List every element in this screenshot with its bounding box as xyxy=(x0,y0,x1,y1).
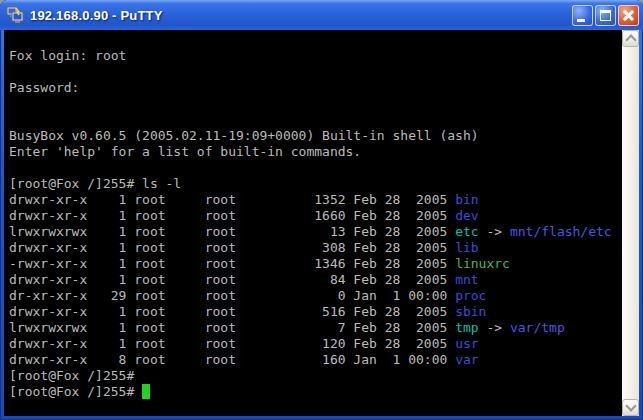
dir-lib: lib xyxy=(455,240,478,255)
scrollbar[interactable] xyxy=(622,30,639,416)
text-segment: -> xyxy=(479,320,510,335)
text-segment: Password: xyxy=(9,80,79,95)
symlink-etc: etc xyxy=(455,224,478,239)
terminal-line: drwxr-xr-x 1 root root 120 Feb 28 2005 u… xyxy=(9,336,622,352)
minimize-icon xyxy=(577,19,585,22)
terminal-line: drwxr-xr-x 1 root root 308 Feb 28 2005 l… xyxy=(9,240,622,256)
text-segment: drwxr-xr-x 1 root root 516 Feb 28 2005 xyxy=(9,304,455,319)
text-segment: Fox login: root xyxy=(9,48,126,63)
text-segment: [root@Fox /]255# ls -l xyxy=(9,176,181,191)
maximize-button[interactable] xyxy=(595,5,616,26)
text-segment: drwxr-xr-x 1 root root 1660 Feb 28 2005 xyxy=(9,208,455,223)
text-segment: [root@Fox /]255# xyxy=(9,368,134,383)
close-icon xyxy=(619,6,638,25)
text-segment: lrwxrwxrwx 1 root root 7 Feb 28 2005 xyxy=(9,320,455,335)
window-controls xyxy=(570,5,639,26)
terminal-line: -rwxr-xr-x 1 root root 1346 Feb 28 2005 … xyxy=(9,256,622,272)
terminal-line: drwxr-xr-x 8 root root 160 Jan 1 00:00 v… xyxy=(9,352,622,368)
exec-linuxrc: linuxrc xyxy=(455,256,510,271)
symlink-target-etc: mnt/flash/etc xyxy=(510,224,612,239)
terminal-line: Enter 'help' for a list of built-in comm… xyxy=(9,144,622,160)
terminal-line: drwxr-xr-x 1 root root 84 Feb 28 2005 mn… xyxy=(9,272,622,288)
text-segment: drwxr-xr-x 8 root root 160 Jan 1 00:00 xyxy=(9,352,455,367)
titlebar[interactable]: 192.168.0.90 - PuTTY xyxy=(0,0,643,30)
putty-icon[interactable] xyxy=(6,6,24,24)
window-title: 192.168.0.90 - PuTTY xyxy=(30,8,570,23)
terminal-line xyxy=(9,64,622,80)
terminal-line: BusyBox v0.60.5 (2005.02.11-19:09+0000) … xyxy=(9,128,622,144)
terminal-output: Fox login: rootPassword:BusyBox v0.60.5 … xyxy=(9,32,622,400)
dir-usr: usr xyxy=(455,336,478,351)
terminal-line: drwxr-xr-x 1 root root 516 Feb 28 2005 s… xyxy=(9,304,622,320)
maximize-icon xyxy=(600,10,611,21)
terminal-line: Password: xyxy=(9,80,622,96)
terminal-line: [root@Fox /]255# xyxy=(9,384,622,400)
dir-bin: bin xyxy=(455,192,478,207)
terminal-line: Fox login: root xyxy=(9,48,622,64)
terminal-line: dr-xr-xr-x 29 root root 0 Jan 1 00:00 pr… xyxy=(9,288,622,304)
terminal-line xyxy=(9,112,622,128)
scroll-up-button[interactable] xyxy=(622,30,639,47)
symlink-target-tmp: var/tmp xyxy=(510,320,565,335)
text-segment: BusyBox v0.60.5 (2005.02.11-19:09+0000) … xyxy=(9,128,479,143)
putty-window: 192.168.0.90 - PuTTY Fox login: rootPass… xyxy=(0,0,643,420)
scrollbar-track[interactable] xyxy=(622,47,639,399)
dir-sbin: sbin xyxy=(455,304,486,319)
terminal-line: [root@Fox /]255# xyxy=(9,368,622,384)
close-button[interactable] xyxy=(618,5,639,26)
scroll-down-button[interactable] xyxy=(622,399,639,416)
text-segment: Enter 'help' for a list of built-in comm… xyxy=(9,144,361,159)
dir-dev: dev xyxy=(455,208,478,223)
scroll-up-icon xyxy=(625,34,636,45)
text-segment: [root@Fox /]255# xyxy=(9,384,142,399)
terminal-line xyxy=(9,32,622,48)
terminal-line: lrwxrwxrwx 1 root root 7 Feb 28 2005 tmp… xyxy=(9,320,622,336)
text-segment: drwxr-xr-x 1 root root 84 Feb 28 2005 xyxy=(9,272,455,287)
terminal-line xyxy=(9,160,622,176)
terminal-screen[interactable]: Fox login: rootPassword:BusyBox v0.60.5 … xyxy=(4,30,622,416)
text-segment: -rwxr-xr-x 1 root root 1346 Feb 28 2005 xyxy=(9,256,455,271)
text-segment: drwxr-xr-x 1 root root 308 Feb 28 2005 xyxy=(9,240,455,255)
window-body: Fox login: rootPassword:BusyBox v0.60.5 … xyxy=(0,30,643,420)
scroll-down-icon xyxy=(625,400,636,411)
terminal-cursor xyxy=(142,384,150,399)
text-segment: dr-xr-xr-x 29 root root 0 Jan 1 00:00 xyxy=(9,288,455,303)
text-segment: drwxr-xr-x 1 root root 1352 Feb 28 2005 xyxy=(9,192,455,207)
dir-var: var xyxy=(455,352,478,367)
terminal-line xyxy=(9,96,622,112)
terminal-line: [root@Fox /]255# ls -l xyxy=(9,176,622,192)
symlink-tmp: tmp xyxy=(455,320,478,335)
text-segment: -> xyxy=(479,224,510,239)
text-segment: lrwxrwxrwx 1 root root 13 Feb 28 2005 xyxy=(9,224,455,239)
minimize-button[interactable] xyxy=(572,5,593,26)
dir-proc: proc xyxy=(455,288,486,303)
text-segment: drwxr-xr-x 1 root root 120 Feb 28 2005 xyxy=(9,336,455,351)
terminal-line: lrwxrwxrwx 1 root root 13 Feb 28 2005 et… xyxy=(9,224,622,240)
terminal-line: drwxr-xr-x 1 root root 1352 Feb 28 2005 … xyxy=(9,192,622,208)
dir-mnt: mnt xyxy=(455,272,478,287)
terminal-line: drwxr-xr-x 1 root root 1660 Feb 28 2005 … xyxy=(9,208,622,224)
